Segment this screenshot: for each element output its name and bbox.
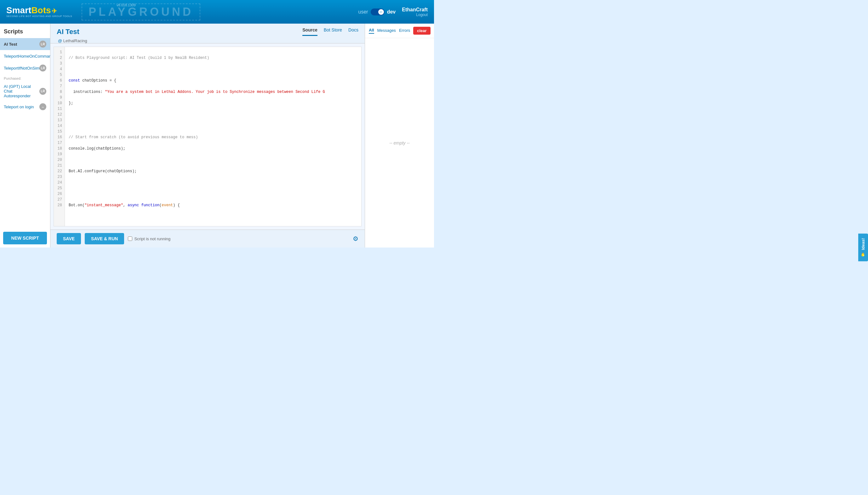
logo-area: SmartBots✈ SECOND LIFE BOT HOSTING AND G… [6, 6, 72, 18]
save-button[interactable]: SAVE [57, 233, 81, 244]
code-line-10 [69, 157, 357, 163]
sidebar-title: Scripts [0, 27, 50, 38]
logo-subtitle: SECOND LIFE BOT HOSTING AND GROUP TOOLS [6, 15, 72, 18]
code-lines: // Bots Playground script: AI Test (buil… [65, 47, 361, 226]
code-line-3: const chatOptions = { [69, 78, 357, 83]
right-tab-all[interactable]: All [369, 28, 374, 34]
header: SmartBots✈ SECOND LIFE BOT HOSTING AND G… [0, 0, 434, 23]
clear-button[interactable]: clear [413, 27, 430, 35]
sidebar-section-purchased: Purchased: [0, 74, 50, 82]
sidebar-item-teleport-login[interactable]: Teleport on login -- [0, 101, 50, 113]
dev-label: dev [387, 9, 396, 15]
toggle-knob [378, 9, 384, 15]
username: EthanCraft [402, 7, 428, 13]
running-status-label: Script is not running [134, 237, 170, 241]
user-toggle: user dev [358, 8, 396, 15]
sidebar-item-label: Teleport on login [4, 105, 34, 109]
sidebar-badge: -- [39, 103, 46, 110]
logout-button[interactable]: Logout [402, 13, 428, 17]
code-line-9: console.log(chatOptions); [69, 146, 357, 152]
logo-rocket-icon: ✈ [52, 7, 57, 15]
sidebar-item-label: AI (GPT) Local Chat Autoresponder [4, 84, 39, 98]
user-label: user [358, 9, 368, 15]
running-status: Script is not running [128, 237, 170, 241]
right-tab-messages[interactable]: Messages [377, 28, 396, 33]
code-line-1: // Bots Playground script: AI Test (buil… [69, 55, 357, 61]
save-run-button[interactable]: SAVE & RUN [85, 233, 124, 244]
version-badge: v8.018.1309 [117, 3, 136, 7]
toggle-switch[interactable] [371, 8, 385, 15]
code-line-7 [69, 123, 357, 129]
code-content: 12345 678910 1112131415 1617181920 21222… [54, 47, 361, 226]
code-line-12 [69, 180, 357, 186]
code-line-13 [69, 191, 357, 197]
code-line-11: Bot.AI.configure(chatOptions); [69, 169, 357, 174]
sidebar-badge: LR [39, 65, 46, 71]
playground-title: PLAYGROUND [82, 3, 200, 20]
logo-bots: Bots [31, 5, 51, 15]
new-script-button[interactable]: NEW SCRIPT [3, 232, 47, 244]
footer-toolbar: SAVE SAVE & RUN Script is not running ⚙ [50, 229, 365, 248]
script-title: AI Test [57, 28, 79, 36]
code-line-5: }; [69, 100, 357, 106]
logo-smart: Smart [6, 5, 31, 15]
settings-icon[interactable]: ⚙ [353, 235, 358, 242]
tab-source[interactable]: Source [302, 28, 317, 36]
code-editor[interactable]: 12345 678910 1112131415 1617181920 21222… [53, 47, 361, 226]
sidebar: Scripts AI Test LR TeleportHomeOnCommand… [0, 23, 50, 248]
sidebar-item-ai-gpt[interactable]: AI (GPT) Local Chat Autoresponder LR [0, 82, 50, 101]
code-line-14: Bot.on("instant_message", async function… [69, 203, 357, 208]
logo: SmartBots✈ [6, 6, 57, 15]
right-panel-header: All Messages Errors clear [365, 23, 434, 38]
code-line-2 [69, 66, 357, 72]
right-tab-errors[interactable]: Errors [399, 28, 410, 33]
right-panel-content: -- empty -- [365, 38, 434, 248]
empty-message: -- empty -- [389, 140, 410, 146]
sidebar-item-label: TeleportHomeOnCommand [4, 54, 53, 58]
main-layout: Scripts AI Test LR TeleportHomeOnCommand… [0, 23, 434, 248]
right-panel: All Messages Errors clear -- empty -- [365, 23, 434, 248]
tab-docs[interactable]: Docs [348, 28, 358, 36]
bot-owner-name: LethalRacing [63, 38, 87, 43]
code-line-16: const res = await processMessage(event.s… [69, 225, 357, 226]
user-account: EthanCraft Logout [402, 7, 428, 17]
code-line-15 [69, 214, 357, 220]
sidebar-item-label: TeleportIfNotOnSim [4, 66, 39, 70]
tab-bot-store[interactable]: Bot Store [324, 28, 342, 36]
at-sign: @ [58, 38, 62, 43]
code-line-6 [69, 112, 357, 117]
code-line-4: instructions: "You are a system bot in L… [69, 89, 357, 95]
code-line-8: // Start from scratch (to avoid previous… [69, 134, 357, 140]
running-checkbox[interactable] [128, 237, 132, 241]
sidebar-item-teleport-if-not[interactable]: TeleportIfNotOnSim LR [0, 62, 50, 74]
content-tabs: Source Bot Store Docs [302, 28, 358, 36]
line-numbers: 12345 678910 1112131415 1617181920 21222… [54, 47, 65, 226]
bot-owner: @ LethalRacing [58, 38, 358, 43]
sidebar-badge: LR [39, 88, 46, 95]
content-area: AI Test Source Bot Store Docs @ LethalRa… [50, 23, 365, 248]
sidebar-item-teleport-home[interactable]: TeleportHomeOnCommand LR [0, 50, 50, 62]
title-row: AI Test Source Bot Store Docs [57, 28, 358, 36]
sidebar-item-label: AI Test [4, 42, 17, 47]
script-title-area: AI Test [57, 28, 79, 36]
content-header: AI Test Source Bot Store Docs @ LethalRa… [50, 23, 365, 44]
sidebar-item-ai-test[interactable]: AI Test LR [0, 38, 50, 50]
sidebar-badge: LR [39, 40, 46, 48]
